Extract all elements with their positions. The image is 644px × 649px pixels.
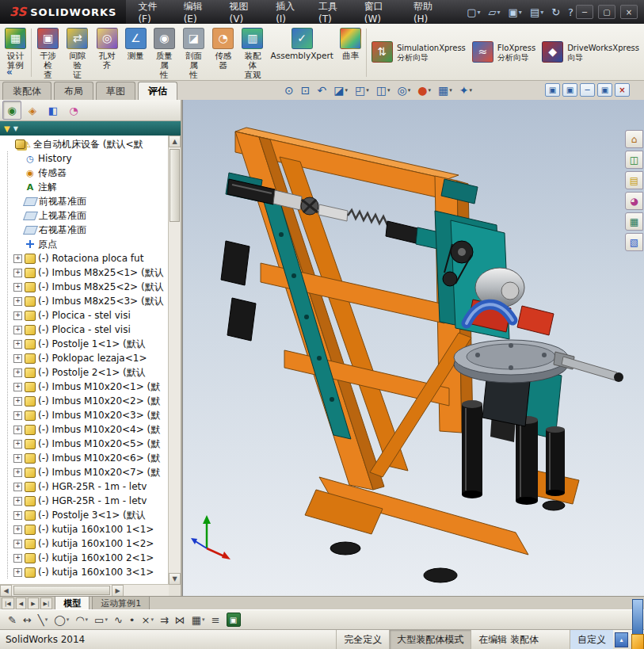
menu-item[interactable]: 编辑(E) — [177, 0, 223, 25]
apply-scene-button[interactable]: ▦ ▾ — [436, 82, 455, 98]
expander-icon[interactable]: + — [13, 354, 22, 363]
expander-icon[interactable]: + — [13, 540, 22, 548]
configurationmanager-tab[interactable]: ◧ — [44, 101, 63, 120]
tree-item[interactable]: 上视基准面 — [2, 208, 169, 223]
scroll-right-icon[interactable]: ▶ — [112, 585, 124, 597]
prev-tab-button[interactable]: ◀ — [16, 597, 26, 609]
curvature-button[interactable]: 曲率 — [337, 25, 364, 80]
expander-icon[interactable]: + — [13, 554, 22, 563]
last-tab-button[interactable]: ▶| — [40, 597, 53, 609]
first-tab-button[interactable]: |◀ — [2, 597, 14, 609]
previous-view-button[interactable]: ↶ — [314, 82, 329, 98]
offset-entities-button[interactable]: ≡ — [210, 613, 222, 627]
expander-icon[interactable]: + — [13, 525, 22, 534]
custom-properties-tab[interactable]: ▦ — [625, 212, 643, 231]
maximize-doc-button[interactable]: ▣ — [597, 83, 612, 97]
tree-item[interactable]: 注解 — [2, 180, 169, 194]
floxpress-button[interactable]: ≈ FloXpress 分析向导 — [469, 25, 539, 80]
line-tool-button[interactable]: ╲ ▾ — [36, 613, 49, 627]
solidworks-resources-tab[interactable]: ⌂ — [625, 130, 643, 148]
hole-alignment-button[interactable]: ◎ 孔对齐 — [92, 25, 121, 80]
status-expand-button[interactable]: ▴ — [615, 632, 628, 647]
arc-tool-button[interactable]: ◠ ▾ — [74, 613, 90, 627]
tree-item[interactable]: History — [2, 151, 169, 166]
tree-vertical-scrollbar[interactable]: ▲ ▼ — [168, 136, 181, 585]
view-settings-button[interactable]: ✦ ▾ — [457, 82, 474, 98]
help-button[interactable]: ? — [566, 6, 576, 19]
expander-icon[interactable]: + — [13, 568, 22, 577]
close-button[interactable]: × — [620, 5, 638, 19]
large-assembly-mode-toggle[interactable]: 大型装配体模式 — [389, 630, 471, 649]
display-style-button[interactable]: ◫ ▾ — [374, 82, 393, 98]
featuremanager-tree-tab[interactable]: ◉ — [2, 101, 21, 120]
point-tool-button[interactable]: • — [128, 613, 137, 627]
menu-item[interactable]: 帮助(H) — [406, 0, 453, 25]
assembly-visualization-button[interactable]: ▥ 装配体 直观 — [238, 25, 267, 80]
tile-doc-button[interactable]: ▣ — [562, 83, 577, 97]
open-button[interactable]: ▱ ▾ — [486, 6, 503, 19]
scroll-left-icon[interactable]: ◀ — [0, 585, 12, 597]
expander-icon[interactable]: + — [13, 511, 22, 520]
expander-icon[interactable]: + — [13, 440, 22, 449]
tree-item[interactable]: + (-) Plocica - stel visi — [2, 308, 169, 323]
tree-item[interactable]: + (-) kutija 160x100 1<1> — [2, 522, 169, 536]
circle-tool-button[interactable]: ◯ ▾ — [52, 613, 70, 627]
graphics-viewport[interactable]: ⌂◫▤◕▦▧ — [182, 100, 644, 596]
menu-item[interactable]: 插入(I) — [269, 0, 311, 25]
linear-pattern-button[interactable]: ▦ ▾ — [190, 613, 207, 627]
tab-layout[interactable]: 布局 — [54, 82, 93, 100]
hide-show-items-button[interactable]: ◎ ▾ — [394, 82, 413, 98]
measure-button[interactable]: ∠ 测量 — [122, 25, 150, 80]
mirror-entities-button[interactable]: ⋈ — [173, 613, 187, 627]
tree-item[interactable]: + (-) kutija 160x100 2<1> — [2, 551, 169, 565]
trim-entities-button[interactable]: × ▾ — [139, 613, 154, 627]
section-view-button[interactable]: ◪ ▾ — [331, 82, 350, 98]
scroll-strip[interactable] — [632, 599, 643, 636]
tab-evaluate[interactable]: 评估 — [138, 82, 177, 100]
scroll-up-icon[interactable]: ▲ — [169, 136, 181, 147]
tree-item[interactable]: + (-) HGR-25R - 1m - letv — [2, 494, 169, 508]
model-3d[interactable] — [183, 100, 644, 596]
expander-icon[interactable]: + — [13, 283, 22, 292]
tree-item[interactable]: + (-) kutija 160x100 3<1> — [2, 565, 169, 579]
tree-item[interactable]: + (-) Poklopac lezaja<1> — [2, 351, 169, 365]
tree-item[interactable]: + (-) kutija 160x100 1<2> — [2, 536, 169, 551]
scroll-track[interactable] — [170, 147, 180, 573]
convert-entities-button[interactable]: ⇉ — [158, 613, 170, 627]
expander-icon[interactable]: + — [13, 468, 22, 477]
clearance-verify-button[interactable]: ⇄ 间隙验 证 — [63, 25, 92, 80]
ribbon-collapse-button[interactable]: « — [6, 67, 13, 78]
section-properties-button[interactable]: ◪ 剖面属 性 — [179, 25, 208, 80]
expander-icon[interactable]: + — [13, 426, 22, 434]
minimize-doc-button[interactable]: ─ — [580, 83, 595, 97]
driveworksxpress-button[interactable]: ◆ DriveWorksXpress 向导 — [539, 25, 642, 80]
expander-icon[interactable]: + — [13, 326, 22, 334]
tree-item[interactable]: + (-) Imbus M10x20<6> (默 — [2, 451, 169, 465]
appearances-tab[interactable]: ◕ — [625, 192, 643, 210]
customize-button[interactable]: 自定义 — [570, 630, 613, 649]
zoom-to-fit-button[interactable]: ⊙ — [282, 82, 296, 98]
resize-grip[interactable] — [631, 634, 644, 649]
new-document-button[interactable]: ▢ ▾ — [464, 6, 482, 19]
menu-item[interactable]: 工具(T) — [311, 0, 357, 25]
scroll-thumb[interactable] — [13, 586, 110, 595]
expander-icon[interactable]: + — [13, 297, 22, 306]
filter-bar[interactable]: ▼ ▼ — [0, 121, 181, 136]
tree-item[interactable]: + (-) Imbus M8x25<2> (默认 — [2, 280, 169, 294]
expander-icon[interactable]: + — [13, 454, 22, 463]
tree-item[interactable]: + (-) Imbus M10x20<3> (默 — [2, 408, 169, 422]
tree-item[interactable]: + (-) HGR-25R - 1m - letv — [2, 479, 169, 494]
menu-item[interactable]: 窗口(W) — [357, 0, 406, 25]
tree-item[interactable]: + (-) Postolje 1<1> (默认 — [2, 337, 169, 351]
tab-sketch[interactable]: 草图 — [96, 82, 135, 100]
next-tab-button[interactable]: ▶ — [28, 597, 38, 609]
sensor-button[interactable]: ◔ 传感器 — [208, 25, 238, 80]
menu-item[interactable]: 视图(V) — [223, 0, 269, 25]
save-button[interactable]: ▣ ▾ — [506, 6, 524, 19]
expander-icon[interactable]: + — [13, 340, 22, 349]
tree-item[interactable]: 前视基准面 — [2, 194, 169, 208]
view-orientation-button[interactable]: ◰ ▾ — [352, 82, 372, 98]
tree-item[interactable]: + (-) Imbus M10x20<5> (默 — [2, 437, 169, 451]
interference-check-button[interactable]: ▣ 干涉检 查 — [33, 25, 63, 80]
tree-item[interactable]: + (-) Imbus M8x25<1> (默认 — [2, 265, 169, 280]
